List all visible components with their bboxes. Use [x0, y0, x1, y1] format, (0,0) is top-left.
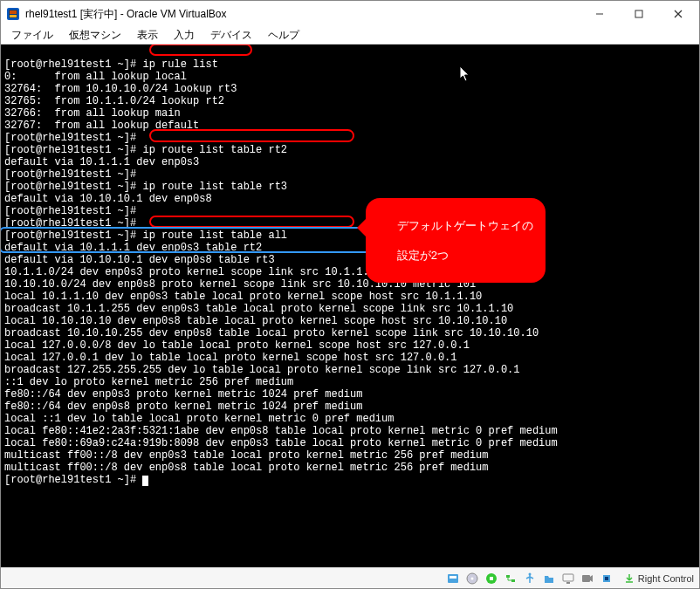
- svg-rect-3: [10, 15, 17, 17]
- route-line: local 10.10.10.10 dev enp0s8 table local…: [4, 315, 507, 327]
- usb-icon[interactable]: [523, 572, 537, 586]
- svg-rect-18: [566, 582, 570, 584]
- route-line: local ::1 dev lo table local proto kerne…: [4, 413, 394, 425]
- menu-file[interactable]: ファイル: [4, 27, 60, 44]
- route-line: local fe80::41e2:2a3f:5321:1abe dev enp0…: [4, 425, 558, 437]
- hostkey-indicator[interactable]: Right Control: [624, 573, 694, 584]
- route-line: local 127.0.0.0/8 dev lo table local pro…: [4, 339, 470, 352]
- prompt: [root@rhel91test1 ~]#: [4, 132, 136, 144]
- terminal-cursor: [142, 476, 148, 486]
- route-line: broadcast 10.1.1.255 dev enp0s3 table lo…: [4, 303, 513, 315]
- rule-line: 32765: from 10.1.1.0/24 lookup rt2: [4, 95, 224, 107]
- route-line: 10.10.10.0/24 dev enp0s8 proto kernel sc…: [4, 278, 476, 291]
- prompt: [root@rhel91test1 ~]#: [4, 474, 136, 486]
- record-icon[interactable]: [580, 572, 594, 586]
- route-line: local 127.0.0.1 dev lo table local proto…: [4, 352, 456, 364]
- window-title: rhel91test1 [実行中] - Oracle VM VirtualBox: [25, 7, 580, 22]
- route-line: default via 10.1.1.1 dev enp0s3 table rt…: [4, 242, 262, 254]
- audio-icon[interactable]: [484, 572, 498, 586]
- prompt: [root@rhel91test1 ~]#: [4, 181, 136, 193]
- display-icon[interactable]: [561, 572, 575, 586]
- prompt: [root@rhel91test1 ~]#: [4, 168, 136, 181]
- minimize-icon: [595, 10, 604, 18]
- svg-rect-2: [10, 10, 17, 14]
- route-line: default via 10.10.10.1 dev enp0s8 table …: [4, 254, 275, 266]
- annotation-box-route-all: [149, 216, 354, 228]
- menu-devices[interactable]: デバイス: [203, 27, 259, 44]
- route-line: default via 10.10.10.1 dev enp0s8: [4, 193, 212, 205]
- shared-folder-icon[interactable]: [542, 572, 556, 586]
- route-line: local 10.1.1.10 dev enp0s3 table local p…: [4, 291, 482, 303]
- prompt: [root@rhel91test1 ~]#: [4, 58, 136, 71]
- callout-line2: 設定が2つ: [397, 249, 449, 262]
- route-line: broadcast 127.255.255.255 dev lo table l…: [4, 364, 520, 376]
- network-icon[interactable]: [504, 572, 518, 586]
- svg-point-11: [470, 577, 473, 579]
- prompt: [root@rhel91test1 ~]#: [4, 217, 136, 229]
- route-line: multicast ff00::/8 dev enp0s3 table loca…: [4, 449, 489, 462]
- route-line: multicast ff00::/8 dev enp0s8 table loca…: [4, 462, 489, 474]
- cmd-ip-rule: ip rule list: [142, 58, 217, 71]
- svg-rect-14: [506, 575, 510, 578]
- svg-rect-13: [490, 577, 493, 580]
- svg-rect-5: [635, 10, 642, 17]
- minimize-button[interactable]: [580, 2, 619, 26]
- route-line: local fe80::69a9:c24a:919b:8098 dev enp0…: [4, 437, 558, 449]
- svg-rect-9: [450, 576, 456, 579]
- maximize-icon: [635, 10, 643, 18]
- terminal[interactable]: [root@rhel91test1 ~]# ip rule list 0: fr…: [1, 45, 699, 567]
- rule-line: 32767: from all lookup default: [4, 120, 199, 132]
- route-line: fe80::/64 dev enp0s3 proto kernel metric…: [4, 388, 362, 401]
- route-line: ::1 dev lo proto kernel metric 256 pref …: [4, 376, 293, 388]
- rule-line: 32764: from 10.10.10.0/24 lookup rt3: [4, 83, 237, 95]
- window-controls: [580, 2, 697, 26]
- menubar: ファイル 仮想マシン 表示 入力 デバイス ヘルプ: [1, 27, 699, 45]
- annotation-box-ip-rule: [149, 45, 252, 56]
- prompt: [root@rhel91test1 ~]#: [4, 229, 136, 242]
- callout-line1: デフォルトゲートウェイの: [397, 219, 533, 232]
- rule-line: 32766: from all lookup main: [4, 107, 181, 120]
- cpu-icon[interactable]: [600, 572, 614, 586]
- vm-window: rhel91test1 [実行中] - Oracle VM VirtualBox…: [0, 0, 700, 589]
- menu-help[interactable]: ヘルプ: [261, 27, 306, 44]
- svg-rect-17: [563, 574, 573, 581]
- app-icon: [6, 7, 20, 21]
- titlebar[interactable]: rhel91test1 [実行中] - Oracle VM VirtualBox: [1, 1, 699, 27]
- close-button[interactable]: [658, 2, 697, 26]
- disk-icon[interactable]: [446, 572, 460, 586]
- hostkey-label: Right Control: [638, 573, 694, 584]
- statusbar: Right Control: [1, 567, 699, 588]
- route-line: fe80::/64 dev enp0s8 proto kernel metric…: [4, 401, 362, 413]
- route-line: 10.1.1.0/24 dev enp0s3 proto kernel scop…: [4, 266, 450, 278]
- svg-rect-15: [511, 579, 515, 582]
- menu-view[interactable]: 表示: [130, 27, 165, 44]
- rule-line: 0: from all lookup local: [4, 71, 187, 83]
- cd-icon[interactable]: [465, 572, 479, 586]
- svg-rect-19: [582, 575, 590, 582]
- prompt: [root@rhel91test1 ~]#: [4, 205, 136, 217]
- close-icon: [674, 10, 683, 18]
- hostkey-arrow-icon: [624, 573, 635, 584]
- menu-machine[interactable]: 仮想マシン: [62, 27, 128, 44]
- route-line: broadcast 10.10.10.255 dev enp0s8 table …: [4, 327, 539, 339]
- route-line: default via 10.1.1.1 dev enp0s3: [4, 156, 199, 168]
- maximize-button[interactable]: [619, 2, 658, 26]
- cmd-route-rt3: ip route list table rt3: [142, 181, 287, 193]
- svg-rect-21: [605, 577, 608, 580]
- menu-input[interactable]: 入力: [167, 27, 202, 44]
- mouse-pointer: [422, 53, 434, 71]
- svg-point-16: [528, 572, 531, 575]
- cmd-route-all: ip route list table all: [142, 229, 287, 242]
- cmd-route-rt2: ip route list table rt2: [142, 144, 287, 156]
- prompt: [root@rhel91test1 ~]#: [4, 144, 136, 156]
